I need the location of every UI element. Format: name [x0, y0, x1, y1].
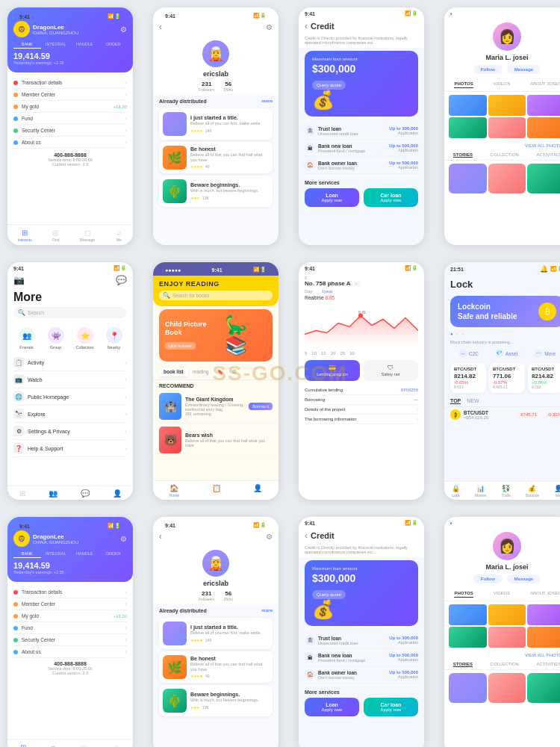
rec-card-1[interactable]: 🏰 The Giant Kingdom Extraordinary leadin… — [153, 390, 279, 424]
tab-collection-12[interactable]: COLLECTION — [491, 662, 519, 667]
view-all-link[interactable]: VIEW ALL PHOTOS — [444, 141, 560, 150]
tab-photos-12[interactable]: PHOTOS — [454, 591, 473, 598]
tab-collection[interactable]: COLLECTION — [491, 152, 519, 158]
loan-item-owner-2[interactable]: 🏠 Bank owner loan Don't borrow money Up … — [305, 666, 418, 684]
tab-stories-12[interactable]: STORIES — [453, 662, 473, 667]
tab-top[interactable]: TOP — [450, 398, 461, 404]
rec-card-2[interactable]: 🐻 Bears wish Believe all of that you can… — [153, 424, 279, 457]
featured-book-card[interactable]: Child Picture Book click to enter 🦕📚 — [159, 309, 273, 362]
tab-handle[interactable]: HANDLE — [71, 40, 99, 49]
footer-msg-5[interactable]: 💬 — [81, 489, 90, 498]
footer-lock[interactable]: 🔒 Lock — [452, 485, 460, 498]
follow-button-12[interactable]: Follow — [473, 574, 503, 583]
tab-reading[interactable]: reading — [188, 368, 214, 376]
footer-home-5[interactable]: ⊞ — [19, 489, 25, 498]
back-arrow-icon-10[interactable]: ‹ — [159, 531, 162, 542]
story-card-10-1[interactable]: I just started a title. Believe all of y… — [159, 618, 273, 649]
menu-gold-2[interactable]: My gold +13.20 — [13, 610, 127, 622]
story-card-3[interactable]: 🌵 Beware beginnings. With is much, but b… — [159, 176, 273, 207]
footer-interests-9[interactable]: ♥ — [52, 743, 56, 747]
info-details[interactable]: Details of the project › — [305, 405, 418, 415]
loan-item-trust-2[interactable]: 🏦 Trust loan Unsecured credit loan Up to… — [305, 632, 418, 649]
back-arrow-icon-12[interactable]: ‹ — [450, 521, 452, 526]
tab-bank[interactable]: BANK — [13, 40, 41, 49]
loan-item-bank-2[interactable]: 🏛 Bank new loan Provident fund / mortgag… — [305, 649, 418, 666]
footer-social-5[interactable]: 👥 — [49, 489, 57, 498]
menu-about[interactable]: About us › — [13, 137, 127, 149]
tab-extra-2[interactable]: ⊞ — [228, 368, 241, 376]
back-arrow-icon[interactable]: ‹ — [305, 21, 308, 31]
icon-friends[interactable]: 👥 Friends — [13, 327, 40, 350]
footer-list-6[interactable]: 📋 — [212, 484, 221, 498]
tab-order[interactable]: ORDER — [100, 40, 128, 49]
enter-book-button[interactable]: click to enter — [165, 342, 196, 350]
loan-service-button[interactable]: Loan Apply now — [305, 188, 359, 207]
tab-activities-12[interactable]: ACTIVITIES — [537, 662, 560, 667]
query-quote-button-2[interactable]: Query quote — [312, 590, 346, 599]
lending-program-button[interactable]: 💳 Lending program — [305, 360, 360, 381]
icon-nearby[interactable]: 📍 Nearby — [101, 327, 127, 350]
top-btc-item[interactable]: ₿ BTC/USDT ≈$54,029.20 6745.71 -0.31% — [444, 407, 560, 422]
crypto-card-3[interactable]: BTC/USDT 8214.82 +0.66% 9.012 — [528, 363, 560, 393]
story-card-10-3[interactable]: 🌵 Beware beginnings. With is much, but b… — [159, 685, 273, 716]
menu-about-2[interactable]: About us › — [13, 646, 127, 658]
menu-transaction-2[interactable]: Transaction details › — [13, 586, 127, 598]
footer-user[interactable]: ☺ Me — [115, 229, 122, 242]
menu-security-2[interactable]: Security Center › — [13, 634, 127, 646]
menu-explore[interactable]: 🔭 Explore › — [13, 406, 127, 423]
tab-new[interactable]: NEW — [467, 398, 479, 404]
menu-gold[interactable]: My gold +13.20 — [13, 101, 127, 113]
menu-help[interactable]: ❓ Help & Support › — [13, 440, 127, 457]
back-arrow-icon-11[interactable]: ‹ — [305, 530, 308, 541]
car-loan-button[interactable]: Car loan Apply now — [364, 188, 418, 207]
book-search[interactable]: 🔍 Search for books — [159, 291, 273, 300]
gear-icon-2[interactable]: ⚙ — [120, 535, 127, 543]
footer-find[interactable]: ◎ Find — [52, 229, 60, 242]
tab-photos[interactable]: PHOTOS — [454, 81, 473, 88]
more-link[interactable]: more — [261, 99, 273, 104]
tab-stories[interactable]: STORIES — [453, 152, 473, 158]
menu-public-homepage[interactable]: 🌐 Public Homepage › — [13, 388, 127, 406]
menu-fund[interactable]: Fund › — [13, 113, 127, 125]
info-borrowing-info[interactable]: The borrowing information › — [305, 415, 418, 424]
tab-activities[interactable]: ACTIVITIES — [537, 152, 560, 158]
menu-watch[interactable]: 📺 Watch › — [13, 371, 127, 388]
footer-user-9[interactable]: ☺ — [113, 743, 120, 747]
borrow-button[interactable]: Borrow it — [249, 403, 273, 410]
footer-user-6[interactable]: 👤 — [253, 484, 262, 498]
menu-member-2[interactable]: Member Center › — [13, 598, 127, 610]
follow-button[interactable]: Follow — [473, 65, 503, 74]
tab-asset[interactable]: 💎 Asset — [495, 349, 517, 358]
crypto-card-1[interactable]: BTC/USDT 8214.82 -0.66% 9.013 — [450, 363, 486, 393]
tab-integral-2[interactable]: INTEGRAL — [43, 550, 70, 558]
footer-user-5[interactable]: 👤 — [113, 489, 122, 498]
search-bar[interactable]: 🔍 Search — [13, 307, 127, 318]
icon-group[interactable]: 👾 Group — [43, 327, 69, 350]
query-quote-button[interactable]: Query quote — [312, 81, 346, 90]
story-card-1[interactable]: I just started a title. Believe all of y… — [159, 108, 273, 140]
car-loan-button-2[interactable]: Car loan Apply now — [364, 698, 418, 716]
footer-find-9[interactable]: ◎ — [81, 743, 87, 747]
settings-icon-10[interactable]: ⚙ — [266, 533, 273, 541]
back-arrow-icon[interactable]: ‹ — [159, 22, 162, 32]
tab-videos-12[interactable]: VIDEOS — [493, 591, 510, 598]
settings-icon[interactable]: ⚙ — [266, 23, 273, 31]
view-all-link-12[interactable]: VIEW ALL PHOTOS — [444, 651, 560, 660]
crypto-card-2[interactable]: BTC/USDT 771.06 -0.67% 4,603.11 — [489, 363, 525, 393]
menu-member[interactable]: Member Center › — [13, 89, 127, 101]
tab-videos[interactable]: VIDEOS — [493, 81, 510, 88]
loan-service-button-2[interactable]: Loan Apply now — [305, 698, 359, 716]
tab-about-12[interactable]: ABOUT JOSEI — [530, 591, 560, 598]
tab-handle-2[interactable]: HANDLE — [71, 550, 99, 558]
gear-icon[interactable]: ⚙ — [120, 25, 127, 34]
tab-about[interactable]: ABOUT JOSEI — [530, 81, 560, 88]
tab-order-2[interactable]: ORDER — [100, 550, 128, 558]
tab-book-list[interactable]: book list — [159, 368, 188, 376]
footer-market[interactable]: 📊 Market — [475, 485, 486, 498]
message-button-12[interactable]: Message — [507, 574, 541, 583]
message-button[interactable]: Message — [507, 65, 541, 74]
tab-integral[interactable]: INTEGRAL — [43, 40, 70, 49]
story-card-10-2[interactable]: 🌿 Be honest Believe all of that you can … — [159, 651, 273, 683]
safety-net-button[interactable]: 🛡 Safety net — [363, 360, 418, 381]
bell-icon[interactable]: 🔔 — [540, 265, 548, 273]
